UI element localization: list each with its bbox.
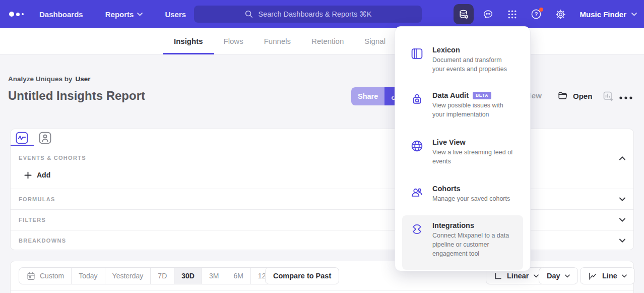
menu-item-title: Lexicon [432, 46, 460, 54]
date-range-segmented-control: Custom Today Yesterday 7D 30D 3M 6M 12M [19, 267, 279, 284]
folder-icon [557, 90, 568, 101]
data-management-button[interactable] [454, 4, 474, 24]
chart-controls-card: Custom Today Yesterday 7D 30D 3M 6M 12M … [10, 261, 634, 293]
menu-item-title: Data Audit [432, 91, 469, 99]
chevron-down-icon [565, 274, 570, 278]
chevron-down-icon [619, 218, 625, 222]
daterange-30d[interactable]: 30D [174, 268, 202, 284]
section-formulas[interactable]: FORMULAS [11, 189, 633, 209]
plus-icon [24, 171, 32, 179]
menu-item-desc: Connect Mixpanel to a data pipeline or c… [432, 231, 515, 258]
open-button[interactable]: Open [557, 90, 592, 101]
scale-label: Linear [507, 272, 529, 280]
compare-to-past-button[interactable]: Compare to Past [265, 267, 339, 284]
menu-item-desc: Document and transform your events and p… [432, 56, 515, 74]
help-button[interactable]: ? [526, 4, 546, 24]
nav-links: Dashboards Reports Users [39, 10, 186, 19]
data-audit-icon [410, 91, 424, 120]
section-breakdowns[interactable]: BREAKDOWNS [11, 230, 633, 251]
tab-retention[interactable]: Retention [311, 28, 344, 54]
integrations-icon [410, 221, 424, 264]
chevron-down-icon [619, 239, 625, 243]
daterange-label: Custom [40, 272, 64, 280]
tab-insights[interactable]: Insights [174, 28, 203, 54]
nav-reports[interactable]: Reports [105, 10, 143, 19]
chart-type-label: Line [602, 272, 617, 280]
nav-users[interactable]: Users [165, 10, 186, 19]
chevron-down-icon [137, 13, 143, 16]
svg-text:?: ? [535, 11, 538, 17]
interval-dropdown[interactable]: Day [539, 267, 578, 284]
add-event-button[interactable]: Add [24, 171, 50, 179]
menu-item-desc: View a live streaming feed of events [432, 148, 515, 166]
chevron-up-icon [619, 156, 625, 160]
tab-flows[interactable]: Flows [224, 28, 243, 54]
notification-dot [539, 8, 543, 12]
breakdowns-header: BREAKDOWNS [19, 238, 66, 244]
daterange-today[interactable]: Today [71, 268, 104, 284]
bottombar-divider [11, 290, 633, 290]
chevron-down-icon [619, 197, 625, 201]
analyze-value[interactable]: User [76, 75, 91, 83]
live-view-icon [410, 138, 424, 166]
chart-type-dropdown[interactable]: Line [580, 267, 635, 284]
ellipsis-icon [619, 96, 633, 100]
collapse-events-button[interactable] [619, 153, 625, 162]
search-icon [244, 10, 253, 19]
query-builder-card: EVENTS & COHORTS Add FORMULAS FILTERS BR… [10, 129, 634, 250]
person-icon [39, 132, 51, 144]
menu-item-data-audit[interactable]: Data AuditBETA View possible issues with… [402, 85, 523, 126]
page-title[interactable]: Untitled Insights Report [8, 89, 145, 103]
mixpanel-logo-icon[interactable] [9, 12, 26, 17]
tab-insights-builder[interactable] [16, 132, 28, 146]
nav-right-cluster: ? Music Finder [454, 4, 637, 24]
add-to-dashboard-button[interactable] [602, 90, 614, 104]
chevron-down-icon [622, 274, 627, 278]
chat-bubble-icon [482, 9, 494, 20]
linear-axis-icon [494, 272, 502, 280]
menu-item-lexicon[interactable]: Lexicon Document and transform your even… [402, 40, 523, 80]
daterange-3m[interactable]: 3M [202, 268, 226, 284]
top-nav: Dashboards Reports Users Search Dashboar… [0, 0, 644, 28]
gear-icon [555, 9, 566, 20]
search-placeholder: Search Dashboards & Reports ⌘K [259, 10, 372, 18]
active-tab-underline [11, 145, 34, 146]
analyze-line: Analyze Uniques byUser [8, 75, 91, 83]
project-selector[interactable]: Music Finder [579, 10, 637, 19]
daterange-custom[interactable]: Custom [19, 268, 71, 284]
more-options-button[interactable] [619, 93, 633, 102]
line-chart-icon [588, 271, 598, 281]
tab-signal[interactable]: Signal [364, 28, 385, 54]
menu-item-live-view[interactable]: Live View View a live streaming feed of … [402, 132, 523, 172]
daterange-6m[interactable]: 6M [226, 268, 250, 284]
lexicon-icon [410, 46, 424, 74]
nav-dashboards[interactable]: Dashboards [39, 10, 83, 19]
formulas-header: FORMULAS [19, 196, 55, 202]
beta-badge: BETA [473, 92, 491, 99]
feedback-button[interactable] [478, 4, 498, 24]
menu-item-cohorts[interactable]: Cohorts Manage your saved cohorts [402, 179, 523, 210]
menu-item-title: Live View [432, 138, 466, 146]
daterange-yesterday[interactable]: Yesterday [105, 268, 151, 284]
chevron-down-icon [631, 13, 637, 16]
tab-funnels[interactable]: Funnels [264, 28, 291, 54]
tab-profiles-builder[interactable] [39, 132, 51, 146]
interval-label: Day [547, 272, 560, 280]
report-tabbar: Insights Flows Funnels Retention Signal … [0, 28, 644, 54]
cohorts-icon [410, 185, 424, 204]
menu-item-title: Integrations [432, 221, 474, 229]
daterange-7d[interactable]: 7D [150, 268, 174, 284]
calendar-icon [26, 271, 36, 281]
section-filters[interactable]: FILTERS [11, 209, 633, 230]
menu-item-title: Cohorts [432, 185, 461, 193]
database-gear-icon [458, 9, 470, 20]
share-button[interactable]: Share [351, 87, 384, 105]
menu-item-integrations[interactable]: Integrations Connect Mixpanel to a data … [402, 215, 523, 270]
add-label: Add [37, 171, 50, 179]
pulse-chart-icon [16, 132, 28, 144]
apps-grid-button[interactable] [502, 4, 522, 24]
events-cohorts-header: EVENTS & COHORTS [19, 155, 86, 161]
data-management-dropdown: Lexicon Document and transform your even… [395, 26, 531, 271]
settings-button[interactable] [550, 4, 570, 24]
search-input[interactable]: Search Dashboards & Reports ⌘K [194, 6, 422, 23]
